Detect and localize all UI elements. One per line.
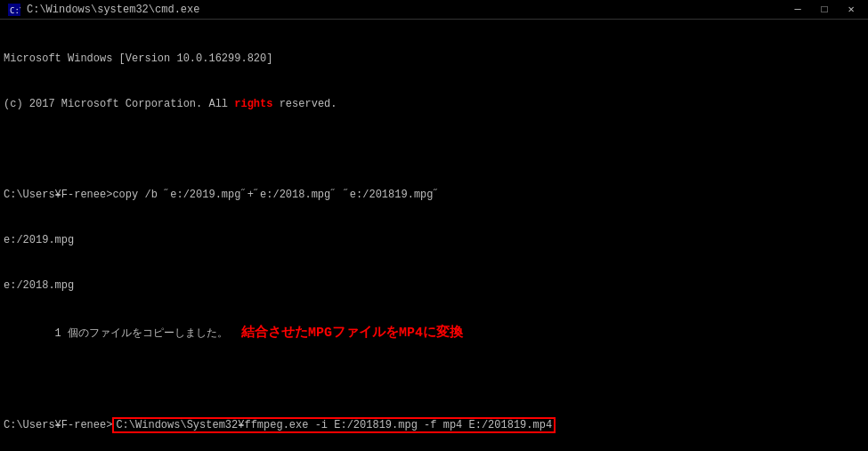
- titlebar-left: C:\ C:\Windows\system32\cmd.exe: [7, 3, 199, 17]
- line-2: [4, 142, 864, 157]
- svg-text:C:\: C:\: [10, 6, 20, 15]
- titlebar-title: C:\Windows\system32\cmd.exe: [27, 4, 199, 16]
- titlebar-buttons: — □ ✕: [784, 0, 864, 20]
- line-8: C:\Users¥F-renee>C:\Windows\System32¥ffm…: [4, 418, 864, 433]
- window: C:\ C:\Windows\system32\cmd.exe — □ ✕ Mi…: [0, 0, 868, 451]
- line-1: (c) 2017 Microsoft Corporation. All righ…: [4, 97, 864, 112]
- cmd-highlighted-box: C:\Windows\System32¥ffmpeg.exe -i E:/201…: [112, 417, 556, 433]
- line-5: e:/2018.mpg: [4, 278, 864, 294]
- line-0: Microsoft Windows [Version 10.0.16299.82…: [4, 52, 864, 67]
- terminal-content: Microsoft Windows [Version 10.0.16299.82…: [0, 20, 868, 451]
- highlight-label: 結合させたMPGファイルをMP4に変換: [228, 326, 463, 341]
- minimize-button[interactable]: —: [784, 0, 811, 20]
- line-7: [4, 373, 864, 388]
- titlebar: C:\ C:\Windows\system32\cmd.exe — □ ✕: [0, 0, 868, 20]
- close-button[interactable]: ✕: [838, 0, 864, 20]
- maximize-button[interactable]: □: [811, 0, 838, 20]
- line-4: e:/2019.mpg: [4, 233, 864, 248]
- cmd-icon: C:\: [7, 3, 21, 17]
- line-3: C:\Users¥F-renee>copy /b ˝e:/2019.mpg˝+˝…: [4, 188, 864, 203]
- line-6: 1 個のファイルをコピーしました。 結合させたMPGファイルをMP4に変換: [4, 324, 864, 343]
- rights-text: rights: [234, 98, 272, 110]
